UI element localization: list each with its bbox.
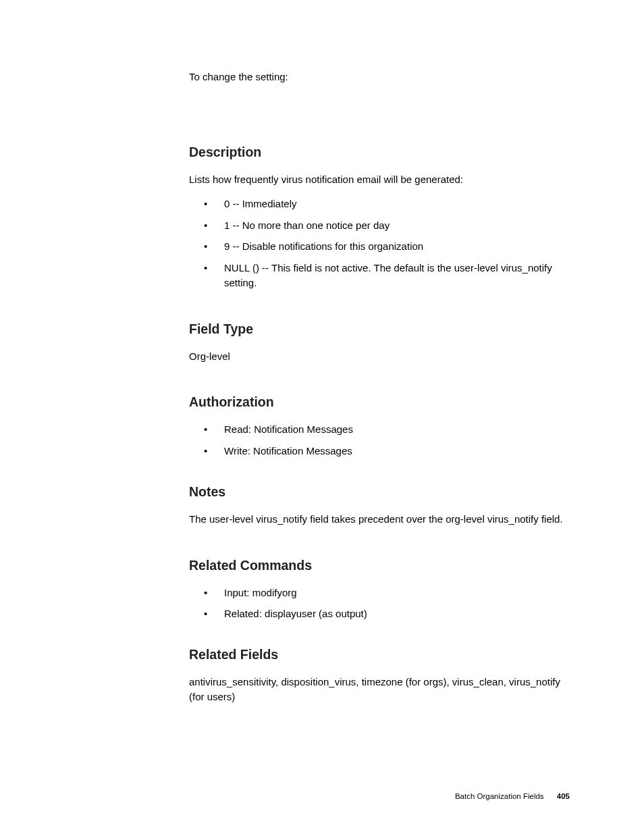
section-field-type: Field Type Org-level <box>189 321 570 364</box>
list-item: 9 -- Disable notifications for this orga… <box>189 239 570 254</box>
list-item: Write: Notification Messages <box>189 444 570 459</box>
authorization-list: Read: Notification Messages Write: Notif… <box>189 422 570 459</box>
section-authorization: Authorization Read: Notification Message… <box>189 394 570 459</box>
description-lead: Lists how frequently virus notification … <box>189 172 570 187</box>
field-type-body: Org-level <box>189 349 570 364</box>
section-related-fields: Related Fields antivirus_sensitivity, di… <box>189 647 570 704</box>
footer-page-number: 405 <box>557 792 570 800</box>
list-item: 0 -- Immediately <box>189 197 570 211</box>
section-description: Description Lists how frequently virus n… <box>189 145 570 290</box>
description-list: 0 -- Immediately 1 -- No more than one n… <box>189 197 570 290</box>
section-related-commands: Related Commands Input: modifyorg Relate… <box>189 558 570 622</box>
related-fields-body: antivirus_sensitivity, disposition_virus… <box>189 675 570 704</box>
list-item: Read: Notification Messages <box>189 422 570 437</box>
list-item: Input: modifyorg <box>189 585 570 600</box>
footer-title: Batch Organization Fields <box>455 792 544 800</box>
page-footer: Batch Organization Fields 405 <box>455 792 570 800</box>
heading-related-commands: Related Commands <box>189 558 570 573</box>
list-item: NULL () -- This field is not active. The… <box>189 261 570 290</box>
document-page: To change the setting: Description Lists… <box>0 0 644 834</box>
section-notes: Notes The user-level virus_notify field … <box>189 484 570 527</box>
heading-field-type: Field Type <box>189 321 570 337</box>
notes-body: The user-level virus_notify field takes … <box>189 512 570 527</box>
list-item: 1 -- No more than one notice per day <box>189 218 570 233</box>
heading-notes: Notes <box>189 484 570 500</box>
heading-authorization: Authorization <box>189 394 570 410</box>
heading-related-fields: Related Fields <box>189 647 570 662</box>
list-item: Related: displayuser (as output) <box>189 606 570 621</box>
heading-description: Description <box>189 145 570 160</box>
intro-text: To change the setting: <box>189 70 570 84</box>
related-commands-list: Input: modifyorg Related: displayuser (a… <box>189 585 570 622</box>
